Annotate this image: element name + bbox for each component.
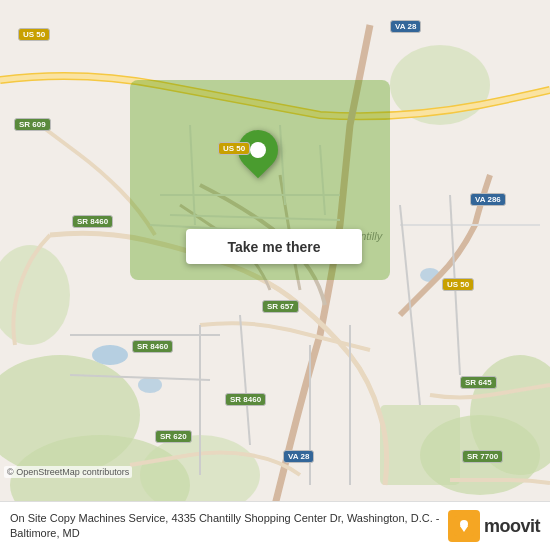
road-label-sr8460-w: SR 8460: [72, 215, 113, 228]
location-pin: [238, 130, 278, 180]
road-label-sr645: SR 645: [460, 376, 497, 389]
road-label-sr620: SR 620: [155, 430, 192, 443]
moovit-logo-icon: [448, 510, 480, 542]
moovit-logo: moovit: [448, 510, 540, 542]
road-label-sr8460-mid: SR 8460: [132, 340, 173, 353]
road-label-sr657: SR 657: [262, 300, 299, 313]
bottom-bar: On Site Copy Machines Service, 4335 Chan…: [0, 501, 550, 550]
osm-attribution: © OpenStreetMap contributors: [4, 466, 132, 478]
location-address: On Site Copy Machines Service, 4335 Chan…: [10, 511, 448, 542]
moovit-logo-text: moovit: [484, 516, 540, 537]
road-label-sr609: SR 609: [14, 118, 51, 131]
svg-rect-4: [380, 405, 460, 485]
road-label-us50-nw: US 50: [18, 28, 50, 41]
svg-point-5: [0, 245, 70, 345]
map-container: Chantilly US 50 VA 28 SR 609 SR 8460 US …: [0, 0, 550, 550]
road-label-us50-mid: US 50: [218, 142, 250, 155]
road-label-us50-e: US 50: [442, 278, 474, 291]
pin-inner: [250, 142, 266, 158]
svg-point-9: [138, 377, 162, 393]
take-me-there-button[interactable]: Take me there: [186, 229, 362, 264]
road-label-va28-ne: VA 28: [390, 20, 421, 33]
road-label-va286: VA 286: [470, 193, 506, 206]
road-label-va28-s: VA 28: [283, 450, 314, 463]
road-label-sr8460-bot: SR 8460: [225, 393, 266, 406]
road-label-sr7700: SR 7700: [462, 450, 503, 463]
svg-point-8: [92, 345, 128, 365]
